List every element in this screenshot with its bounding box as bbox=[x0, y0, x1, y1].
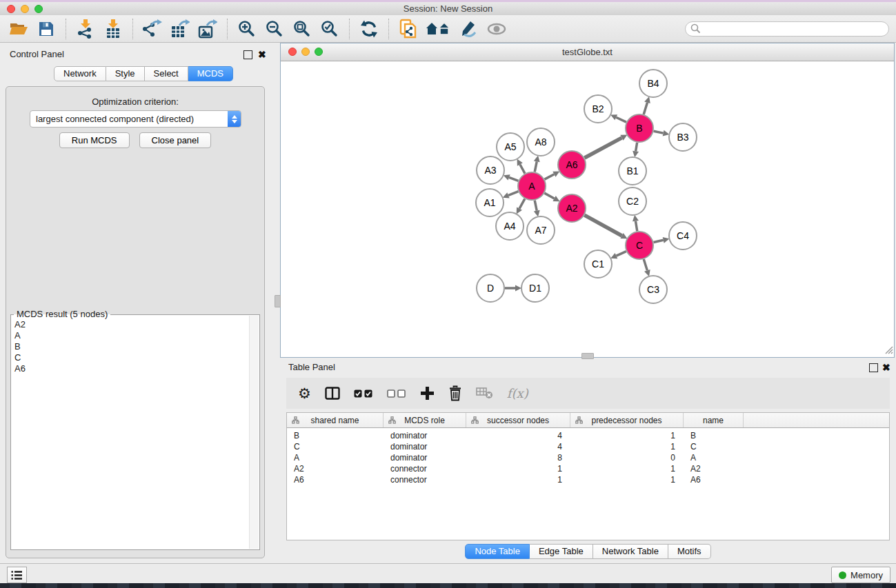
network-node[interactable]: B1 bbox=[618, 156, 647, 185]
zoom-out-icon[interactable] bbox=[264, 19, 285, 39]
network-node[interactable]: A8 bbox=[526, 128, 555, 156]
close-window-button[interactable] bbox=[7, 5, 15, 13]
add-icon[interactable] bbox=[420, 386, 435, 401]
criterion-dropdown[interactable]: largest connected component (directed) bbox=[30, 110, 241, 128]
network-zoom-button[interactable] bbox=[315, 48, 323, 56]
function-builder-icon[interactable]: f(x) bbox=[507, 386, 528, 401]
float-table-panel-icon[interactable] bbox=[869, 363, 878, 372]
open-session-icon[interactable] bbox=[8, 19, 29, 39]
network-node[interactable]: A3 bbox=[476, 156, 505, 185]
close-table-panel-icon[interactable]: ✖ bbox=[882, 363, 891, 372]
column-header-predecessor-nodes[interactable]: predecessor nodes bbox=[570, 413, 684, 427]
table-row[interactable]: Bdominator41B bbox=[287, 430, 889, 441]
mcds-result-item[interactable]: A2 bbox=[14, 319, 249, 330]
table-cell: A bbox=[287, 453, 384, 463]
table-row[interactable]: A6connector11A6 bbox=[287, 474, 889, 485]
column-header-mcds-role[interactable]: MCDS role bbox=[384, 413, 466, 427]
export-table-icon[interactable] bbox=[170, 19, 190, 39]
toolbar-separator bbox=[66, 19, 66, 39]
eye-icon[interactable] bbox=[486, 19, 507, 39]
network-node[interactable]: A4 bbox=[495, 212, 524, 241]
table-cell: B bbox=[287, 431, 384, 440]
network-node[interactable]: C3 bbox=[639, 275, 668, 304]
export-network-icon[interactable] bbox=[142, 19, 163, 39]
select-all-icon[interactable] bbox=[354, 389, 373, 398]
table-row[interactable]: Adominator80A bbox=[287, 452, 889, 463]
column-view-icon[interactable] bbox=[325, 387, 340, 400]
new-network-from-selection-icon[interactable] bbox=[398, 19, 419, 39]
network-node[interactable]: C1 bbox=[584, 250, 613, 278]
trash-icon[interactable] bbox=[448, 385, 462, 401]
apply-layout-icon[interactable] bbox=[359, 19, 379, 39]
tab-node-table[interactable]: Node Table bbox=[465, 544, 530, 559]
run-mcds-button[interactable]: Run MCDS bbox=[59, 132, 130, 148]
horizontal-split-handle[interactable] bbox=[581, 353, 594, 359]
export-image-icon[interactable] bbox=[197, 19, 218, 39]
houses-icon[interactable] bbox=[426, 19, 452, 39]
tab-edge-table[interactable]: Edge Table bbox=[530, 544, 593, 559]
zoom-in-icon[interactable] bbox=[237, 19, 257, 39]
network-node[interactable]: D1 bbox=[521, 274, 550, 303]
network-node[interactable]: B3 bbox=[668, 123, 697, 152]
float-panel-icon[interactable] bbox=[243, 50, 252, 59]
tab-network[interactable]: Network bbox=[54, 66, 106, 81]
network-node[interactable]: B2 bbox=[584, 94, 613, 123]
column-header-successor-nodes[interactable]: successor nodes bbox=[466, 413, 570, 427]
import-table-icon[interactable] bbox=[103, 19, 123, 39]
network-minimize-button[interactable] bbox=[301, 48, 310, 56]
resize-grip[interactable] bbox=[884, 345, 893, 356]
network-node[interactable]: D bbox=[476, 274, 505, 303]
table-cell: A bbox=[684, 453, 744, 463]
close-panel-icon[interactable]: ✖ bbox=[258, 50, 267, 59]
network-close-button[interactable] bbox=[288, 48, 297, 56]
table-cell: 8 bbox=[466, 453, 570, 463]
mcds-result-item[interactable]: B bbox=[14, 341, 249, 352]
zoom-window-button[interactable] bbox=[34, 5, 43, 13]
deselect-all-icon[interactable] bbox=[387, 389, 406, 398]
table-cell: 1 bbox=[466, 475, 570, 485]
column-header-name[interactable]: name bbox=[684, 413, 744, 427]
tab-motifs[interactable]: Motifs bbox=[668, 544, 711, 559]
network-node[interactable]: B4 bbox=[639, 69, 668, 98]
tab-select[interactable]: Select bbox=[145, 66, 188, 81]
mcds-result-item[interactable]: C bbox=[14, 352, 249, 363]
delete-column-icon[interactable] bbox=[476, 387, 493, 399]
network-node[interactable]: A bbox=[517, 172, 546, 201]
network-node[interactable]: C2 bbox=[618, 187, 647, 216]
table-body: Bdominator41BCdominator41CAdominator80AA… bbox=[287, 428, 889, 485]
tab-style[interactable]: Style bbox=[106, 66, 145, 81]
network-node[interactable]: B bbox=[625, 114, 654, 143]
toolbar-separator bbox=[227, 19, 228, 39]
mcds-result-scrollbar[interactable] bbox=[249, 316, 259, 549]
zoom-fit-icon[interactable] bbox=[292, 19, 312, 39]
task-history-button[interactable] bbox=[7, 567, 27, 583]
tab-mcds[interactable]: MCDS bbox=[188, 66, 233, 81]
table-cell: 1 bbox=[466, 464, 570, 474]
search-input[interactable] bbox=[701, 23, 888, 34]
close-panel-button[interactable]: Close panel bbox=[139, 132, 212, 148]
network-node[interactable]: A2 bbox=[557, 194, 586, 223]
mcds-result-item[interactable]: A bbox=[14, 330, 249, 341]
table-row[interactable]: A2connector11A2 bbox=[287, 463, 889, 474]
tab-network-table[interactable]: Network Table bbox=[593, 544, 668, 559]
minimize-window-button[interactable] bbox=[21, 5, 29, 13]
network-node[interactable]: A7 bbox=[526, 216, 555, 245]
table-row[interactable]: Cdominator41C bbox=[287, 441, 889, 452]
network-node[interactable]: A1 bbox=[475, 188, 504, 217]
network-canvas[interactable]: B4B2BB3A8A5A6A3B1AC2A1A2A4A7C4CC1DD1C3 bbox=[281, 61, 894, 357]
table-cell: dominator bbox=[384, 453, 466, 463]
mcds-result-title: MCDS result (5 nodes) bbox=[14, 309, 110, 319]
save-session-icon[interactable] bbox=[36, 19, 57, 39]
network-node[interactable]: C bbox=[625, 231, 654, 260]
mcds-result-item[interactable]: A6 bbox=[14, 363, 249, 374]
zoom-selected-icon[interactable] bbox=[319, 19, 340, 39]
network-node[interactable]: C4 bbox=[668, 221, 697, 250]
network-node[interactable]: A5 bbox=[496, 132, 525, 161]
memory-button[interactable]: Memory bbox=[831, 567, 890, 583]
show-graphics-details-icon[interactable] bbox=[459, 19, 479, 39]
gear-icon[interactable]: ⚙ bbox=[298, 386, 311, 401]
vertical-split-handle[interactable] bbox=[275, 295, 281, 307]
network-node[interactable]: A6 bbox=[557, 150, 586, 179]
column-header-shared-name[interactable]: shared name bbox=[287, 413, 384, 427]
import-network-icon[interactable] bbox=[75, 19, 96, 39]
